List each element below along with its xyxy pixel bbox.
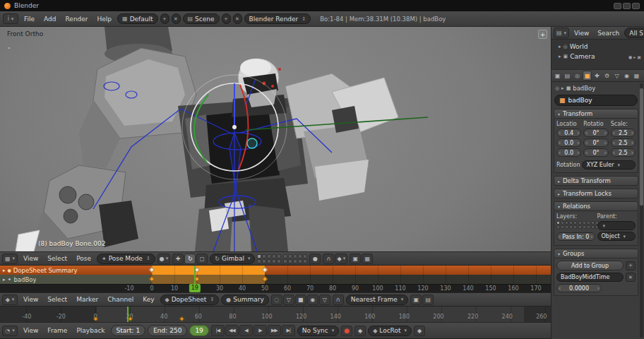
tab-material[interactable]: ◉: [622, 71, 631, 81]
pin-icon[interactable]: ◎: [555, 85, 559, 91]
add-layout-button[interactable]: +: [160, 13, 169, 24]
layer-toggle[interactable]: [257, 259, 261, 263]
keying-set-button[interactable]: ◆: [354, 326, 366, 336]
layer-toggle[interactable]: [283, 254, 287, 258]
maximize-button[interactable]: [623, 3, 631, 9]
layer-toggle[interactable]: [262, 254, 266, 258]
dopesheet-frame-ruler[interactable]: -100102030405060708090100110120130140150…: [0, 284, 551, 292]
layer-toggle[interactable]: [293, 259, 297, 263]
current-frame-field[interactable]: 19: [189, 325, 208, 336]
timeline-current-frame-cursor[interactable]: [127, 307, 129, 322]
snap-toggle-button[interactable]: ∩: [323, 254, 334, 264]
groups-panel-header[interactable]: ▾ Groups: [554, 249, 638, 258]
rotation-y-field[interactable]: 0°: [583, 138, 608, 147]
ds-menu-channel[interactable]: Channel: [104, 295, 137, 304]
robot-model[interactable]: [16, 27, 398, 251]
viewport-canvas[interactable]: [0, 27, 551, 251]
layer-toggle[interactable]: [561, 225, 564, 229]
prev-keyframe-button[interactable]: ◀◀: [225, 325, 239, 336]
remove-layout-button[interactable]: ✕: [172, 13, 181, 24]
layer-toggle[interactable]: [303, 259, 307, 263]
keyframe-diamond[interactable]: [179, 316, 184, 321]
vp-menu-pose[interactable]: Pose: [73, 254, 95, 263]
current-frame-badge[interactable]: 19: [189, 284, 201, 292]
layer-toggle[interactable]: [283, 259, 287, 263]
dopesheet-editor[interactable]: ▸ ● DopeSheet Summary ▸ ✦ badBoy -100102…: [0, 266, 551, 292]
layer-toggle[interactable]: [565, 225, 568, 229]
scale-z-field[interactable]: 2.5: [611, 148, 636, 157]
restrict-select-icon[interactable]: ▸: [633, 54, 636, 59]
snap-element-selector[interactable]: ◆: [335, 254, 347, 264]
play-reverse-button[interactable]: ◀: [239, 325, 253, 336]
vp-menu-view[interactable]: View: [20, 254, 42, 263]
tab-render[interactable]: ▣: [553, 71, 562, 81]
layer-toggle[interactable]: [587, 221, 590, 225]
remove-group-button[interactable]: ✕: [626, 273, 636, 282]
ds-menu-marker[interactable]: Marker: [73, 295, 102, 304]
layer-toggle[interactable]: [561, 221, 564, 225]
properties-scrollbar[interactable]: [640, 83, 643, 338]
scene-selector[interactable]: ▤ Scene: [183, 13, 220, 24]
start-frame-field[interactable]: Start: 1: [111, 325, 146, 336]
next-keyframe-button[interactable]: ▶▶: [268, 325, 281, 336]
ol-menu-search[interactable]: Search: [594, 29, 623, 37]
new-group-button[interactable]: +: [626, 261, 636, 270]
menu-file[interactable]: File: [20, 15, 38, 23]
object-filter-button[interactable]: ■: [295, 295, 306, 305]
filter-button[interactable]: ▽: [283, 295, 294, 305]
minimize-button[interactable]: [614, 3, 621, 9]
layer-toggle[interactable]: [298, 254, 302, 258]
auto-keyframe-button[interactable]: ●: [341, 326, 352, 336]
layer-toggle[interactable]: [298, 259, 302, 263]
layer-toggle[interactable]: [573, 221, 577, 225]
layer-toggle[interactable]: [293, 254, 297, 258]
menu-render[interactable]: Render: [62, 15, 92, 23]
viewport-editor-type-button[interactable]: ▦: [2, 254, 18, 264]
ds-menu-view[interactable]: View: [20, 295, 42, 304]
layer-toggle[interactable]: [583, 221, 586, 225]
layer-toggle[interactable]: [277, 254, 281, 258]
layer-toggle[interactable]: [587, 225, 590, 229]
layer-toggle[interactable]: [569, 225, 573, 229]
layer-toggle[interactable]: [272, 259, 276, 263]
delta-transform-panel-header[interactable]: ▸ Delta Transform: [554, 176, 638, 186]
screen-layout-selector[interactable]: ▦ Default: [117, 13, 157, 24]
sync-mode-selector[interactable]: No Sync: [297, 326, 339, 336]
delete-keyframe-button[interactable]: ◆: [414, 326, 425, 336]
viewport-shading-button[interactable]: ●: [157, 254, 171, 264]
scale-x-field[interactable]: 2.5: [611, 129, 636, 137]
transform-locks-panel-header[interactable]: ▸ Transform Locks: [554, 189, 638, 198]
restrict-render-icon[interactable]: ▣: [637, 54, 641, 59]
keyframe-diamond[interactable]: [262, 267, 268, 273]
transform-orientation-selector[interactable]: ↻ Gimbal: [210, 254, 255, 264]
parent-object-field[interactable]: [597, 221, 636, 230]
add-scene-button[interactable]: +: [222, 13, 231, 24]
keyframe-diamond[interactable]: [262, 276, 268, 282]
menu-help[interactable]: Help: [94, 15, 116, 23]
dopesheet-editor-type-button[interactable]: ◆: [2, 295, 18, 305]
layer-toggle[interactable]: [257, 254, 261, 258]
tab-world[interactable]: ◎: [573, 71, 582, 81]
play-button[interactable]: ▶: [254, 325, 267, 336]
tab-object[interactable]: ■: [583, 71, 592, 81]
tab-data[interactable]: ▽: [612, 71, 621, 81]
restrict-view-icon[interactable]: ●: [628, 54, 632, 59]
layer-toggle[interactable]: [288, 259, 292, 263]
jump-start-button[interactable]: |◀: [211, 325, 225, 336]
layer-toggle[interactable]: [277, 259, 281, 263]
tab-scene[interactable]: ▤: [563, 71, 572, 81]
render-engine-selector[interactable]: Blender Render: [244, 13, 311, 24]
translate-manipulator-button[interactable]: ✚: [172, 254, 184, 264]
menu-add[interactable]: Add: [40, 15, 59, 23]
rotation-z-field[interactable]: 0°: [583, 148, 608, 157]
transform-panel-header[interactable]: ▾ Transform: [554, 109, 638, 119]
expand-arrow-icon[interactable]: ▸: [559, 54, 561, 59]
layer-toggle[interactable]: [591, 225, 595, 229]
timeline-editor[interactable]: -40-200204060801001201401601802002202402…: [0, 307, 551, 322]
tl-menu-view[interactable]: View: [20, 326, 42, 335]
snap-mode-selector[interactable]: Nearest Frame: [346, 295, 408, 305]
relations-panel-header[interactable]: ▾ Relations: [554, 201, 638, 211]
layer-toggle[interactable]: [573, 225, 577, 229]
vp-menu-select[interactable]: Select: [44, 254, 71, 263]
tab-constraints[interactable]: ✚: [592, 71, 602, 81]
